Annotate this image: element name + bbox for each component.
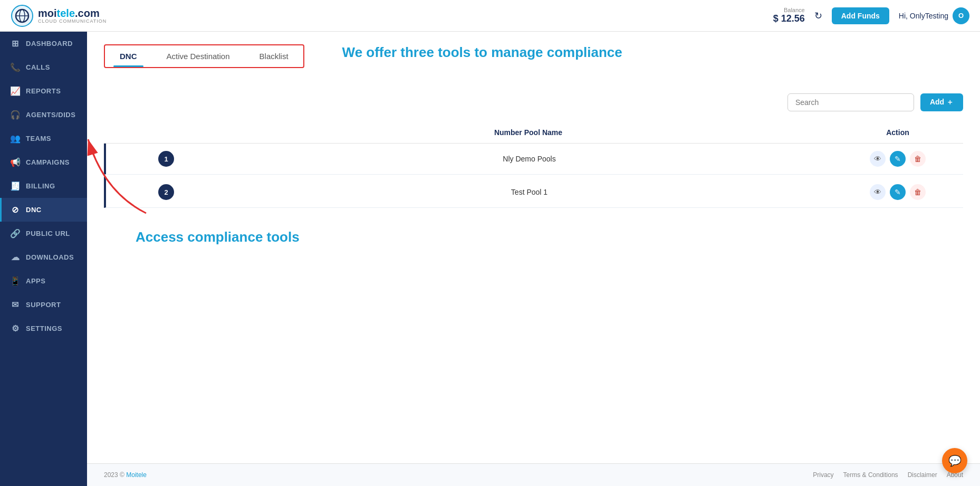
tab-blacklist[interactable]: Blacklist	[245, 45, 303, 67]
sidebar-item-apps[interactable]: 📱 APPS	[0, 269, 87, 293]
refresh-icon[interactable]: ↻	[814, 10, 822, 22]
footer-link-privacy[interactable]: Privacy	[813, 471, 833, 479]
col-number-header	[117, 128, 212, 137]
footer-link-terms-&-conditions[interactable]: Terms & Conditions	[843, 471, 898, 479]
logo-text: moitele.com CLOUD COMMUNICATION	[38, 7, 107, 24]
header-right: Balance $ 12.56 ↻ Add Funds Hi, OnlyTest…	[773, 7, 969, 24]
table-row: 1 Nly Demo Pools 👁 ✎ 🗑	[104, 144, 963, 175]
sidebar-item-public-url[interactable]: 🔗 PUBLIC URL	[0, 222, 87, 245]
delete-button[interactable]: 🗑	[910, 151, 926, 167]
tabs-container: DNCActive DestinationBlacklist	[104, 44, 304, 68]
heading-row: DNCActive DestinationBlacklist We offer …	[104, 44, 963, 81]
view-button[interactable]: 👁	[870, 184, 886, 200]
footer-moitele-link[interactable]: Moitele	[126, 471, 147, 479]
logo-brand: moitele.com	[38, 7, 107, 19]
campaigns-icon: 📢	[10, 157, 21, 167]
calls-icon: 📞	[10, 62, 21, 72]
sidebar-label-dnc: DNC	[26, 206, 42, 214]
logo-icon	[11, 4, 34, 27]
sidebar-label-agents-dids: AGENTS/DIDs	[26, 111, 75, 119]
sidebar-label-teams: TEAMS	[26, 135, 51, 142]
sidebar-item-billing[interactable]: 🧾 BILLING	[0, 174, 87, 198]
annotation-text: Access compliance tools	[136, 229, 300, 245]
dnc-icon: ⊘	[10, 205, 21, 215]
page-heading: We offer three tools to manage complianc…	[342, 44, 622, 61]
sidebar-label-downloads: DOWNLOADS	[26, 253, 74, 261]
main-layout: ⊞ DASHBOARD📞 CALLS📈 REPORTS🎧 AGENTS/DIDs…	[0, 32, 980, 486]
apps-icon: 📱	[10, 276, 21, 286]
sidebar-label-settings: SETTINGS	[26, 325, 62, 332]
table-body: 1 Nly Demo Pools 👁 ✎ 🗑 2 Test Pool 1 👁 ✎…	[104, 144, 963, 208]
sidebar-item-settings[interactable]: ⚙ SETTINGS	[0, 317, 87, 340]
sidebar-item-calls[interactable]: 📞 CALLS	[0, 55, 87, 79]
row-pool-name: Test Pool 1	[214, 188, 845, 196]
table-row: 2 Test Pool 1 👁 ✎ 🗑	[104, 177, 963, 208]
tab-dnc[interactable]: DNC	[105, 45, 152, 67]
sidebar-item-teams[interactable]: 👥 TEAMS	[0, 127, 87, 150]
delete-button[interactable]: 🗑	[910, 184, 926, 200]
billing-icon: 🧾	[10, 181, 21, 191]
logo-subtitle: CLOUD COMMUNICATION	[38, 19, 107, 24]
col-action-header: Action	[845, 128, 950, 137]
top-header: moitele.com CLOUD COMMUNICATION Balance …	[0, 0, 980, 32]
downloads-icon: ☁	[10, 252, 21, 262]
sidebar-item-support[interactable]: ✉ SUPPORT	[0, 293, 87, 317]
sidebar-label-apps: APPS	[26, 277, 45, 285]
number-badge: 2	[158, 184, 174, 200]
dashboard-icon: ⊞	[10, 39, 21, 49]
annotation-area: Access compliance tools	[104, 229, 963, 245]
sidebar-item-agents-dids[interactable]: 🎧 AGENTS/DIDs	[0, 103, 87, 127]
avatar: O	[953, 7, 969, 24]
support-icon: ✉	[10, 300, 21, 310]
table-header: Number Pool Name Action	[104, 122, 963, 144]
sidebar-label-reports: REPORTS	[26, 87, 61, 95]
sidebar-label-support: SUPPORT	[26, 301, 61, 309]
sidebar-label-calls: CALLS	[26, 63, 50, 71]
teams-icon: 👥	[10, 134, 21, 144]
search-add-row: Add ＋	[104, 93, 963, 111]
row-actions: 👁 ✎ 🗑	[845, 151, 950, 167]
footer-links: PrivacyTerms & ConditionsDisclaimerAbout	[813, 471, 963, 479]
sidebar-item-downloads[interactable]: ☁ DOWNLOADS	[0, 245, 87, 269]
number-badge: 1	[158, 151, 174, 167]
edit-button[interactable]: ✎	[890, 151, 906, 167]
footer: 2023 © Moitele PrivacyTerms & Conditions…	[87, 463, 980, 486]
sidebar-label-campaigns: CAMPAIGNS	[26, 158, 70, 166]
footer-link-disclaimer[interactable]: Disclaimer	[908, 471, 937, 479]
sidebar-item-campaigns[interactable]: 📢 CAMPAIGNS	[0, 150, 87, 174]
public-url-icon: 🔗	[10, 228, 21, 239]
row-number: 1	[119, 151, 214, 167]
chat-bubble[interactable]: 💬	[942, 448, 967, 473]
user-area: Hi, OnlyTesting O	[899, 7, 969, 24]
sidebar-item-reports[interactable]: 📈 REPORTS	[0, 79, 87, 103]
search-input[interactable]	[787, 93, 914, 111]
content-area: DNCActive DestinationBlacklist We offer …	[87, 32, 980, 486]
page-content: DNCActive DestinationBlacklist We offer …	[87, 32, 980, 463]
add-button[interactable]: Add ＋	[920, 93, 963, 111]
sidebar-label-public-url: PUBLIC URL	[26, 230, 70, 237]
row-pool-name: Nly Demo Pools	[214, 155, 845, 163]
reports-icon: 📈	[10, 86, 21, 96]
balance-label: Balance	[784, 7, 805, 13]
view-button[interactable]: 👁	[870, 151, 886, 167]
add-funds-button[interactable]: Add Funds	[832, 7, 889, 24]
row-number: 2	[119, 184, 214, 200]
sidebar-label-dashboard: DASHBOARD	[26, 40, 73, 47]
edit-button[interactable]: ✎	[890, 184, 906, 200]
sidebar: ⊞ DASHBOARD📞 CALLS📈 REPORTS🎧 AGENTS/DIDs…	[0, 32, 87, 486]
add-btn-label: Add ＋	[930, 98, 954, 107]
agents-dids-icon: 🎧	[10, 110, 21, 120]
tab-active-destination[interactable]: Active Destination	[152, 45, 245, 67]
user-greeting: Hi, OnlyTesting	[899, 12, 948, 20]
logo: moitele.com CLOUD COMMUNICATION	[11, 4, 107, 27]
footer-copy: 2023 © Moitele	[104, 471, 147, 479]
sidebar-item-dashboard[interactable]: ⊞ DASHBOARD	[0, 32, 87, 55]
balance-area: Balance $ 12.56	[773, 7, 805, 24]
settings-icon: ⚙	[10, 323, 21, 333]
row-actions: 👁 ✎ 🗑	[845, 184, 950, 200]
balance-value: $ 12.56	[773, 13, 805, 24]
sidebar-label-billing: BILLING	[26, 182, 55, 190]
col-name-header: Number Pool Name	[212, 128, 845, 137]
sidebar-item-dnc[interactable]: ⊘ DNC	[0, 198, 87, 222]
